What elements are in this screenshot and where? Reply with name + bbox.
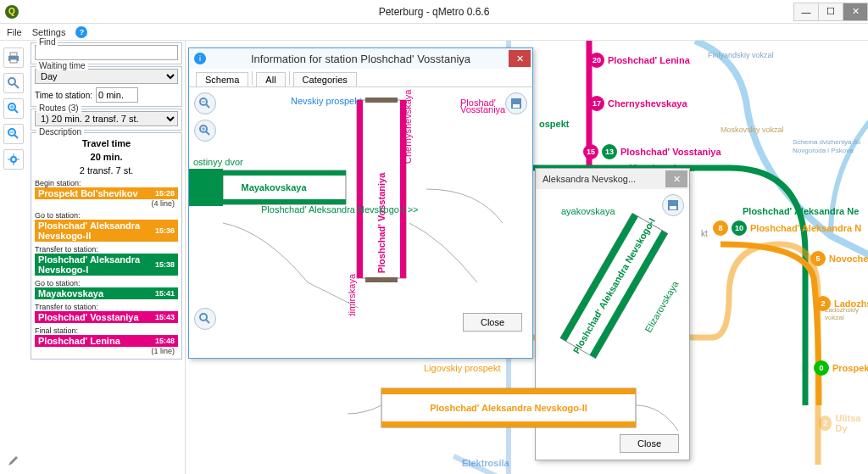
svg-text:Mayakovskaya: Mayakovskaya <box>241 182 307 192</box>
description-group: Description Travel time 20 min. 2 transf… <box>31 132 182 360</box>
step-label: Transfer to station: <box>35 303 178 311</box>
save-schema-icon[interactable] <box>662 194 684 216</box>
map-label-elektrosila: Elektrosila <box>462 458 509 468</box>
station-name: Ploshchad' Aleksandra Ne <box>743 206 859 216</box>
schema-svg: Nevskiy prospekt Ploshad' Vosstaniya Plo… <box>189 87 534 316</box>
svg-line-10 <box>14 135 18 138</box>
route-step[interactable]: Ploshchad' Aleksandra Nevskogo-I15:38 <box>35 254 178 276</box>
svg-text:Ploshchad' Vosstaniya: Ploshchad' Vosstaniya <box>376 172 387 273</box>
popup-vosstaniya-close-button[interactable]: Close <box>463 313 522 332</box>
tab-divider <box>289 71 290 85</box>
popup-vosstaniya-close-x[interactable]: ✕ <box>509 50 531 67</box>
maximize-button[interactable]: ☐ <box>818 3 843 21</box>
svg-text:Ligovskiy prospekt: Ligovskiy prospekt <box>424 363 501 373</box>
route-step[interactable]: Ploshchad' Aleksandra Nevskogo-II15:36 <box>35 220 178 242</box>
svg-point-12 <box>11 157 16 162</box>
time-to-station-label: Time to station: <box>35 91 92 100</box>
step-label: Transfer to station: <box>35 245 178 254</box>
station-badge-pair: 10 <box>732 220 747 236</box>
route-step[interactable]: Mayakovskaya15:41 <box>35 287 178 299</box>
menu-settings[interactable]: Settings <box>32 27 66 37</box>
titlebar: Q Peterburg - qMetro 0.6.6 — ☐ ✕ <box>0 0 868 24</box>
minimize-button[interactable]: — <box>793 3 819 21</box>
step-time: 15:38 <box>155 260 175 269</box>
step-station-name: Ploshchad' Vosstaniya <box>38 312 139 322</box>
route-step[interactable]: Ploshchad' Vosstaniya15:43 <box>35 311 178 323</box>
zoom-in-button[interactable] <box>3 98 24 119</box>
step-label: Begin station: <box>35 179 178 187</box>
svg-rect-1 <box>10 53 17 56</box>
tab-categories[interactable]: Categories <box>293 72 357 86</box>
step-station-name: Ploshchad' Lenina <box>38 336 120 346</box>
options-button[interactable] <box>5 454 19 469</box>
svg-rect-30 <box>381 421 636 427</box>
svg-text:Chernyshevskaya >>: Chernyshevskaya >> <box>403 87 413 164</box>
locate-button[interactable] <box>3 149 24 170</box>
station-badge: 8 <box>713 220 728 236</box>
info-icon: i <box>194 53 206 64</box>
station-badge: 5 <box>810 251 826 266</box>
find-input[interactable] <box>35 45 178 60</box>
map-label-lad: Ladozhskiy vokzal <box>825 306 868 321</box>
svg-text:Ploshchad' Aleksandra Nevskogo: Ploshchad' Aleksandra Nevskogo-II <box>430 403 587 413</box>
step-label: Go to station: <box>35 279 178 287</box>
map-station[interactable]: 1513Ploshchad' Vosstaniya <box>583 144 721 159</box>
popup-nevskogo-title: Aleksandra Nevskog... <box>541 174 665 184</box>
map-station[interactable]: 0Prospekt <box>814 360 868 376</box>
popup-vosstaniya-title: Information for station Ploshchad' Vosst… <box>213 53 509 65</box>
popup-vosstaniya: i Information for station Ploshchad' Vos… <box>188 47 533 359</box>
station-badge: 20 <box>589 53 604 68</box>
route-step[interactable]: Prospekt Bol'shevikov15:28 <box>35 187 178 199</box>
waiting-select[interactable]: Day <box>35 69 178 84</box>
station-badge: 0 <box>814 360 829 376</box>
zoom-out-button[interactable] <box>3 124 24 144</box>
waiting-group: Waiting time Day Time to station: <box>31 66 182 107</box>
time-to-station-input[interactable] <box>96 87 138 103</box>
map-station[interactable]: Ploshchad' Aleksandra Ne <box>743 206 859 216</box>
search-button[interactable] <box>3 73 24 93</box>
map-label-schema: Schema dvizheniya do <box>793 138 861 146</box>
station-name: Chernyshevskaya <box>608 98 687 109</box>
svg-text:Elizarovskaya: Elizarovskaya <box>643 278 681 334</box>
popup-nevskogo-close-x[interactable]: ✕ <box>665 170 687 187</box>
step-label: Final station: <box>35 326 178 335</box>
svg-text:ayakovskaya: ayakovskaya <box>561 206 615 216</box>
svg-text:<< Vladimirskaya: << Vladimirskaya <box>347 273 357 316</box>
route-step[interactable]: Ploshchad' Lenina15:48 <box>35 335 178 347</box>
svg-line-4 <box>14 84 19 88</box>
menu-file[interactable]: File <box>7 27 22 37</box>
station-name: Novocher <box>829 254 868 264</box>
close-window-button[interactable]: ✕ <box>843 3 868 21</box>
tab-divider <box>252 71 253 85</box>
map-label-mosk: Moskovskiy vokzal <box>721 125 784 134</box>
step-label: Go to station: <box>35 211 178 220</box>
svg-text:Ploshchad' Aleksandra Nevskogo: Ploshchad' Aleksandra Nevskogo-I >> <box>261 204 419 215</box>
station-badge-pair: 13 <box>602 144 617 159</box>
svg-text:Vosstaniya: Vosstaniya <box>460 104 506 114</box>
map-station[interactable]: 810Ploshchad' Aleksandra N <box>713 220 861 236</box>
svg-text:Nevskiy prospekt: Nevskiy prospekt <box>291 96 362 106</box>
svg-rect-58 <box>189 169 223 206</box>
window-title: Peterburg - qMetro 0.6.6 <box>379 6 490 18</box>
print-button[interactable] <box>3 47 24 68</box>
help-icon[interactable]: ? <box>75 26 87 38</box>
svg-line-6 <box>14 109 18 113</box>
step-time: 15:48 <box>155 337 175 345</box>
svg-line-41 <box>206 320 209 323</box>
step-station-name: Ploshchad' Aleksandra Nevskogo-I <box>38 254 155 275</box>
popup-nevskogo-header[interactable]: Aleksandra Nevskog... ✕ <box>536 169 689 189</box>
map-station[interactable]: 5Novocher <box>810 251 868 266</box>
tab-schema[interactable]: Schema <box>196 72 248 86</box>
map-station[interactable]: 17Chernyshevskaya <box>589 96 687 111</box>
map-station[interactable]: 20Ploshchad' Lenina <box>589 53 690 68</box>
routes-select[interactable]: 1) 20 min. 2 transf. 7 st. <box>35 111 178 126</box>
svg-rect-50 <box>365 98 398 103</box>
svg-rect-56 <box>223 170 346 176</box>
station-name: Ploshchad' Aleksandra N <box>750 223 861 233</box>
bg-schema-nevskogo-ii: Ploshchad' Aleksandra Nevskogo-II Ligovs… <box>339 354 691 456</box>
tab-all[interactable]: All <box>256 72 285 86</box>
map-station[interactable]: 2Ulitsa Dy <box>819 413 868 433</box>
popup-vosstaniya-header[interactable]: i Information for station Ploshchad' Vos… <box>189 48 532 69</box>
station-badge: 15 <box>583 144 598 159</box>
menubar: File Settings ? <box>0 24 868 41</box>
